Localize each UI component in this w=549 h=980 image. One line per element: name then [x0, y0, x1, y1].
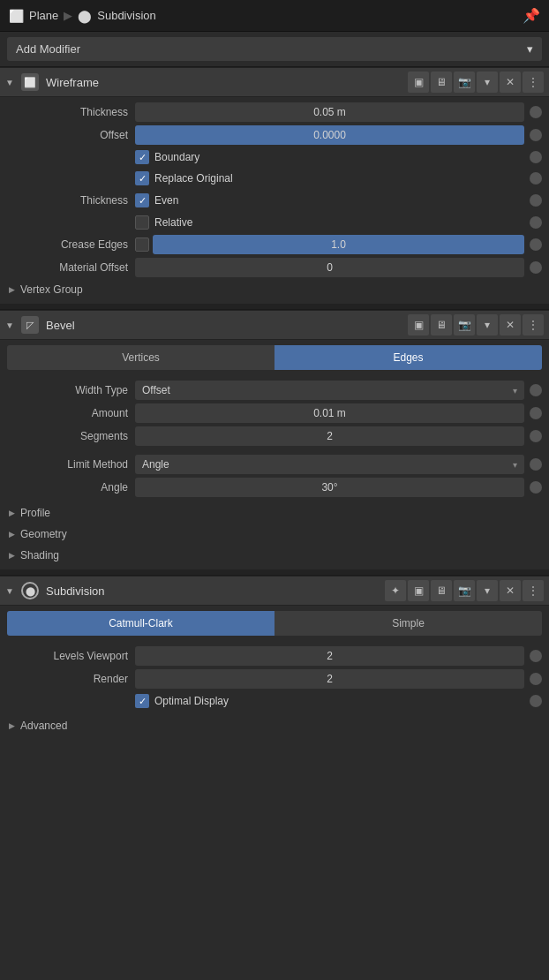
render-label: Render: [7, 673, 135, 685]
crease-checkbox[interactable]: [135, 237, 149, 252]
bevel-tab-row: Vertices Edges: [0, 340, 549, 375]
add-modifier-button[interactable]: Add Modifier ▾: [7, 37, 542, 61]
bevel-collapse-arrow[interactable]: ▼: [5, 320, 18, 330]
wireframe-menu-btn[interactable]: ⋮: [523, 72, 544, 93]
breadcrumb: ⬜ Plane ▶ ⬤ Subdivision: [9, 9, 156, 23]
tab-edges[interactable]: Edges: [274, 345, 542, 370]
subdivision-viewport-btn[interactable]: 🖥: [431, 580, 452, 601]
angle-label: Angle: [7, 481, 135, 494]
even-dot[interactable]: [530, 194, 542, 207]
subdivision-special-btn[interactable]: ✦: [385, 580, 406, 601]
crease-field[interactable]: 1.0: [153, 235, 524, 254]
amount-field[interactable]: 0.01 m: [135, 403, 524, 423]
thickness-dot[interactable]: [530, 106, 542, 118]
bevel-section: ▼ ◸ Bevel ▣ 🖥 📷 ▾ ✕ ⋮ Verti: [0, 309, 549, 569]
bevel-close-btn[interactable]: ✕: [500, 314, 521, 335]
levels-viewport-field[interactable]: 2: [135, 646, 524, 666]
replace-original-checkbox[interactable]: ✓: [135, 171, 149, 185]
wireframe-render-btn[interactable]: 📷: [454, 72, 475, 93]
object-name: Plane: [29, 9, 58, 22]
breadcrumb-separator: ▶: [64, 9, 72, 22]
segments-field[interactable]: 2: [135, 426, 524, 446]
subdivision-collapse-arrow[interactable]: ▼: [5, 586, 18, 596]
material-offset-dot[interactable]: [530, 261, 542, 274]
optimal-display-dot[interactable]: [530, 695, 542, 707]
thickness-label: Thickness: [7, 106, 135, 118]
geometry-label: Geometry: [20, 528, 67, 540]
subdivision-tab-row: Catmull-Clark Simple: [0, 606, 549, 641]
subdivision-icon: ⬤: [21, 582, 39, 599]
add-modifier-bar: Add Modifier ▾: [0, 32, 549, 66]
wireframe-collapse-arrow[interactable]: ▼: [5, 78, 18, 87]
add-modifier-label: Add Modifier: [16, 42, 80, 56]
bevel-render-btn[interactable]: 📷: [454, 314, 475, 335]
wireframe-icon: ⬜: [21, 73, 39, 91]
wireframe-expand-btn[interactable]: ▾: [477, 72, 498, 93]
limit-method-arrow: ▾: [513, 460, 517, 470]
offset-field[interactable]: 0.0000: [135, 125, 524, 145]
boundary-dot[interactable]: [530, 151, 542, 163]
optimal-display-checkbox[interactable]: ✓: [135, 694, 149, 708]
relative-dot[interactable]: [530, 216, 542, 229]
bevel-render-icon: 📷: [458, 319, 471, 331]
subdivision-render-icon: 📷: [458, 584, 471, 597]
amount-dot[interactable]: [530, 407, 542, 419]
geometry-row[interactable]: ▶ Geometry: [0, 524, 549, 545]
tab-catmull-clark[interactable]: Catmull-Clark: [7, 611, 274, 636]
wireframe-viewport-btn[interactable]: 🖥: [431, 72, 452, 93]
crease-dot[interactable]: [530, 238, 542, 251]
wireframe-realtime-btn[interactable]: ▣: [408, 72, 429, 93]
subdivision-name: Subdivision: [42, 584, 381, 598]
tab-vertices[interactable]: Vertices: [7, 345, 274, 370]
limit-method-dot[interactable]: [530, 458, 542, 471]
bevel-menu-btn[interactable]: ⋮: [523, 314, 544, 335]
tab-simple[interactable]: Simple: [274, 611, 542, 636]
relative-checkbox[interactable]: [135, 215, 149, 230]
advanced-row[interactable]: ▶ Advanced: [0, 715, 549, 736]
levels-viewport-dot[interactable]: [530, 650, 542, 662]
limit-method-dropdown[interactable]: Angle ▾: [135, 455, 524, 474]
profile-label: Profile: [20, 507, 50, 519]
pin-icon[interactable]: 📌: [523, 7, 540, 24]
even-checkbox[interactable]: ✓: [135, 193, 149, 207]
profile-row[interactable]: ▶ Profile: [0, 502, 549, 524]
angle-row: Angle 30°: [0, 476, 549, 499]
width-type-dot[interactable]: [530, 384, 542, 396]
bevel-expand-btn[interactable]: ▾: [477, 314, 498, 335]
render-dot[interactable]: [530, 673, 542, 685]
subdivision-close-btn[interactable]: ✕: [500, 580, 521, 601]
even-row: Thickness ✓ Even: [0, 189, 549, 212]
bevel-realtime-btn[interactable]: ▣: [408, 314, 429, 335]
amount-row: Amount 0.01 m: [0, 402, 549, 425]
subdivision-header: ▼ ⬤ Subdivision ✦ ▣ 🖥 📷 ▾ ✕: [0, 576, 549, 606]
relative-row: Relative: [0, 212, 549, 233]
subdivision-render-btn[interactable]: 📷: [454, 580, 475, 601]
subdivision-realtime-btn[interactable]: ▣: [408, 580, 429, 601]
angle-field[interactable]: 30°: [135, 478, 524, 497]
wireframe-header: ▼ ⬜ Wireframe ▣ 🖥 📷 ▾ ✕ ⋮: [0, 67, 549, 97]
shading-row[interactable]: ▶ Shading: [0, 545, 549, 566]
thickness-row: Thickness 0.05 m: [0, 101, 549, 124]
subdivision-special-icon: ✦: [391, 584, 400, 597]
offset-row: Offset 0.0000: [0, 124, 549, 147]
expand-icon: ▾: [485, 76, 490, 88]
offset-dot[interactable]: [530, 129, 542, 141]
segments-dot[interactable]: [530, 430, 542, 442]
wireframe-close-btn[interactable]: ✕: [500, 72, 521, 93]
subdivision-menu-btn[interactable]: ⋮: [523, 580, 544, 601]
boundary-checkbox[interactable]: ✓: [135, 150, 149, 164]
bevel-viewport-btn[interactable]: 🖥: [431, 314, 452, 335]
thickness-field[interactable]: 0.05 m: [135, 102, 524, 122]
width-type-dropdown[interactable]: Offset ▾: [135, 381, 524, 400]
width-type-row: Width Type Offset ▾: [0, 379, 549, 402]
render-field[interactable]: 2: [135, 669, 524, 689]
bevel-name: Bevel: [42, 319, 404, 332]
replace-original-dot[interactable]: [530, 172, 542, 185]
bevel-header-icons: ▣ 🖥 📷 ▾ ✕ ⋮: [408, 314, 544, 335]
material-offset-field[interactable]: 0: [135, 258, 524, 277]
angle-dot[interactable]: [530, 481, 542, 494]
vertex-group-row[interactable]: ▶ Vertex Group: [0, 279, 549, 300]
bevel-expand-icon: ▾: [485, 319, 490, 331]
menu-icon: ⋮: [528, 76, 538, 88]
subdivision-expand-btn[interactable]: ▾: [477, 580, 498, 601]
